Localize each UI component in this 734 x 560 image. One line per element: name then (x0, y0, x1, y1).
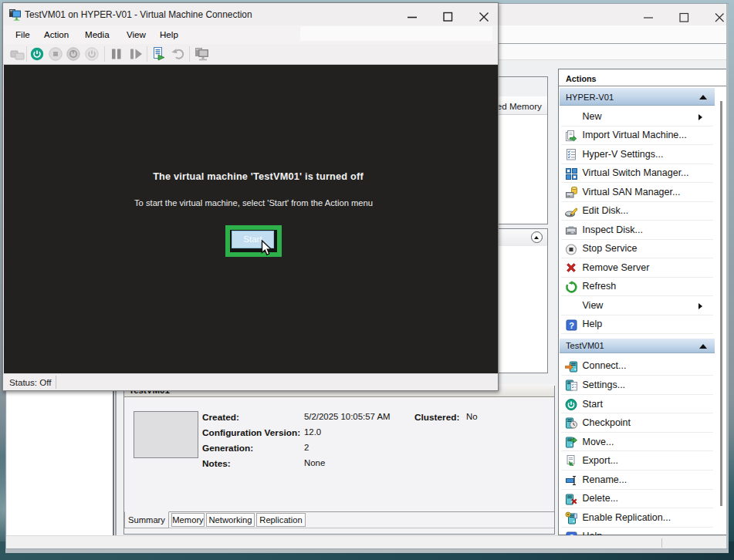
svg-text:?: ? (569, 321, 574, 330)
